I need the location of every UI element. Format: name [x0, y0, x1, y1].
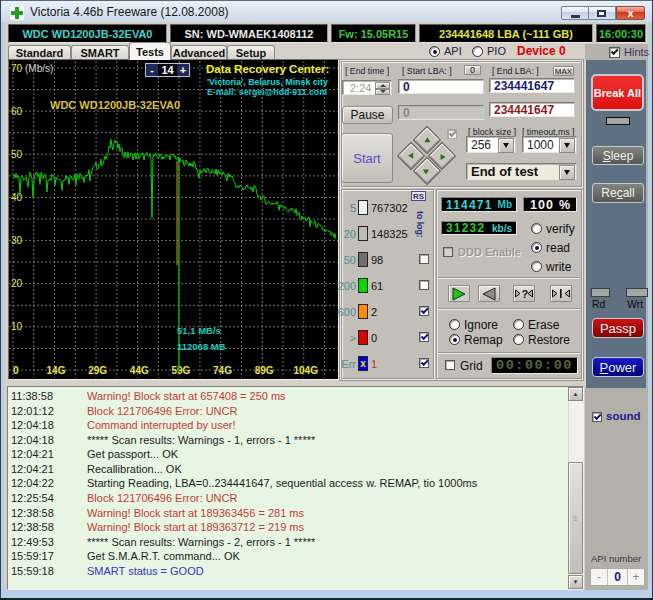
svg-text:70: 70 — [11, 63, 23, 74]
svg-text:51,1 MB/s: 51,1 MB/s — [177, 325, 221, 336]
svg-text:74G: 74G — [213, 365, 232, 376]
svg-text:44G: 44G — [130, 365, 149, 376]
svg-text:Data Recovery Center:: Data Recovery Center: — [206, 63, 329, 75]
svg-text:40: 40 — [11, 192, 23, 203]
svg-text:WDC WD1200JB-32EVA0: WDC WD1200JB-32EVA0 — [50, 99, 180, 111]
svg-text:50: 50 — [11, 149, 23, 160]
svg-text:E-mail: sergei@hdd-911.com: E-mail: sergei@hdd-911.com — [207, 87, 327, 97]
svg-text:112068 MB: 112068 MB — [177, 341, 226, 352]
svg-text:59G: 59G — [171, 365, 190, 376]
svg-text:(Mb/s): (Mb/s) — [25, 63, 53, 74]
svg-text:60: 60 — [11, 106, 23, 117]
svg-text:104G: 104G — [293, 365, 318, 376]
svg-text:89G: 89G — [255, 365, 274, 376]
svg-text:29G: 29G — [88, 365, 107, 376]
svg-text:10: 10 — [11, 321, 23, 332]
svg-text:20: 20 — [11, 278, 23, 289]
svg-text:'Victoria', Belarus, Minsk cit: 'Victoria', Belarus, Minsk city — [207, 77, 328, 87]
svg-text:14G: 14G — [47, 365, 66, 376]
svg-text:0: 0 — [13, 365, 19, 376]
svg-text:30: 30 — [11, 235, 23, 246]
